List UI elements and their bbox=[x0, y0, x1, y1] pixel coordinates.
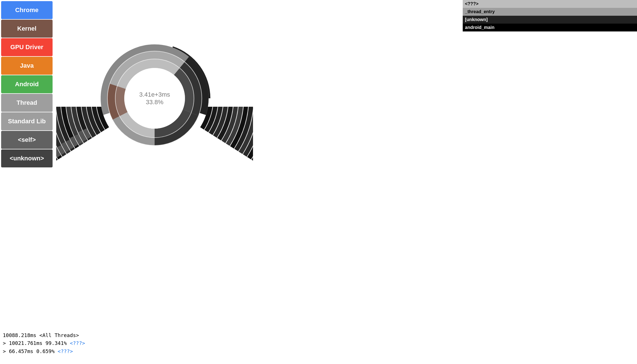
sidebar-btn-standard-lib[interactable]: Standard Lib bbox=[1, 112, 53, 130]
bottom-line2: > 10021.761ms 99.341% <???> bbox=[3, 339, 85, 347]
profile-chart bbox=[56, 22, 253, 205]
sidebar-btn-self[interactable]: <self> bbox=[1, 131, 53, 149]
top-legend: <???>_thread_entry[unknown]android_main bbox=[463, 0, 637, 31]
top-legend-legend-unknown: [unknown] bbox=[463, 16, 637, 24]
sidebar-btn-android[interactable]: Android bbox=[1, 75, 53, 93]
bottom-line3: > 66.457ms 0.659% <???> bbox=[3, 347, 85, 356]
top-legend-legend-qqq: <???> bbox=[463, 0, 637, 8]
sidebar-btn-kernel[interactable]: Kernel bbox=[1, 20, 53, 38]
sidebar-btn-unknown[interactable]: <unknown> bbox=[1, 149, 53, 167]
sidebar: ChromeKernelGPU DriverJavaAndroidThreadS… bbox=[0, 0, 54, 169]
sidebar-btn-gpu-driver[interactable]: GPU Driver bbox=[1, 38, 53, 56]
sidebar-btn-java[interactable]: Java bbox=[1, 57, 53, 75]
chart-area: 3.41e+3ms 33.8% bbox=[56, 22, 253, 197]
bottom-line1: 10088.218ms <All Threads> bbox=[3, 331, 85, 340]
sidebar-btn-chrome[interactable]: Chrome bbox=[1, 1, 53, 19]
bottom-line2-link[interactable]: <???> bbox=[70, 340, 85, 346]
sidebar-btn-thread[interactable]: Thread bbox=[1, 94, 53, 112]
bottom-line3-link[interactable]: <???> bbox=[58, 348, 73, 354]
top-legend-legend-android-main: android_main bbox=[463, 24, 637, 31]
bottom-info: 10088.218ms <All Threads> > 10021.761ms … bbox=[3, 331, 85, 356]
top-legend-legend-thread-entry: _thread_entry bbox=[463, 8, 637, 16]
